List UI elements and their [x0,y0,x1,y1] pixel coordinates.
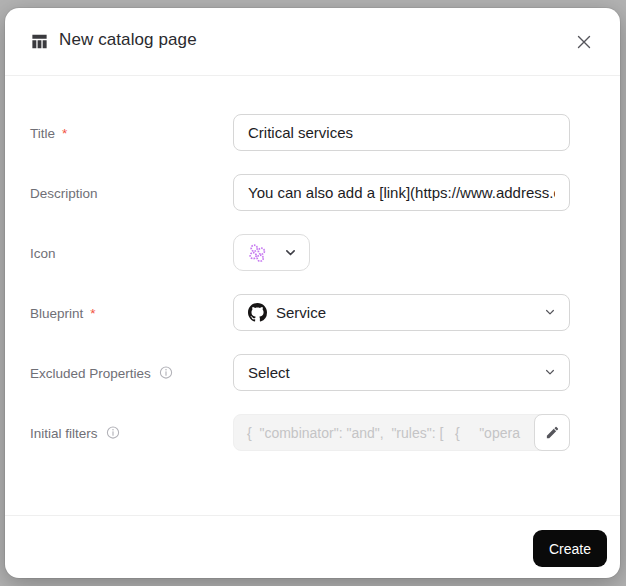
required-marker: * [90,305,95,320]
title-input[interactable] [233,114,570,151]
create-button[interactable]: Create [533,530,607,567]
blueprint-value: Service [276,304,326,321]
modal-header: New catalog page [5,8,620,75]
chevron-down-icon [544,364,556,382]
excluded-properties-label: Excluded Properties [30,365,173,380]
blueprint-label: Blueprint* [30,305,96,320]
pencil-icon[interactable] [534,414,570,451]
excluded-properties-placeholder: Select [248,364,290,381]
excluded-properties-row: Excluded Properties Select [5,354,620,391]
header-divider [5,75,620,76]
icon-label: Icon [30,245,56,260]
initial-filters-field: { "combinator": "and", "rules": [ { "ope… [233,414,570,451]
initial-filters-value: { "combinator": "and", "rules": [ { "ope… [233,414,570,451]
new-catalog-page-modal: New catalog page Title* Description Icon [5,8,620,578]
icon-picker-dropdown[interactable] [233,234,310,271]
info-icon [106,426,120,440]
description-row: Description [5,174,620,211]
info-icon [159,366,173,380]
blueprint-select[interactable]: Service [233,294,570,331]
excluded-properties-select[interactable]: Select [233,354,570,391]
close-icon[interactable] [574,32,594,52]
description-input[interactable] [233,174,570,211]
icon-row: Icon [5,234,620,271]
title-row: Title* [5,114,620,151]
initial-filters-row: Initial filters { "combinator": "and", "… [5,414,620,451]
table-icon [30,32,49,51]
blueprint-row: Blueprint* Service [5,294,620,331]
chevron-down-icon [284,246,297,259]
title-label: Title* [30,125,67,140]
github-icon [248,303,267,322]
modal-title: New catalog page [59,30,197,50]
required-marker: * [62,125,67,140]
cluster-icon [247,243,267,263]
chevron-down-icon [544,304,556,322]
description-label: Description [30,185,98,200]
footer-divider [5,515,620,516]
initial-filters-label: Initial filters [30,425,120,440]
